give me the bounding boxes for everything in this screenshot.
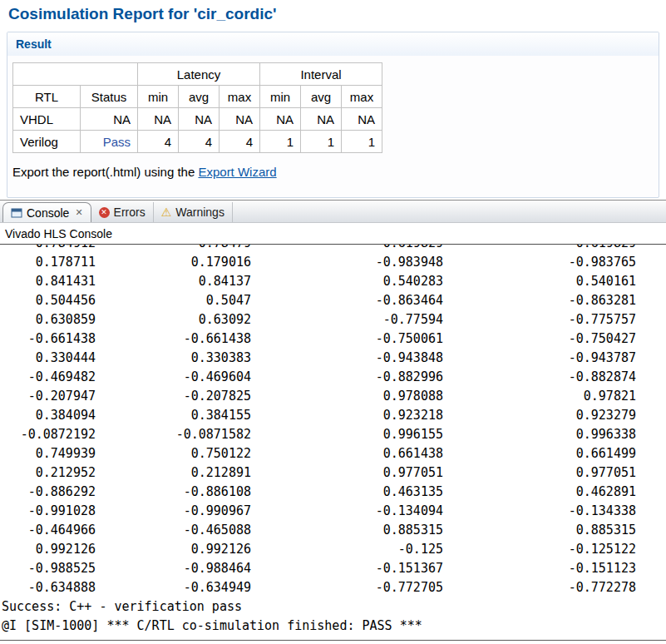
warning-icon: ⚠ — [161, 206, 172, 218]
console-line: -0.988525 -0.988464 -0.151367 -0.151123 — [0, 559, 666, 578]
sim-value: 0.885315 — [251, 521, 443, 540]
console-line: -0.469482 -0.469604 -0.882996 -0.882874 — [0, 368, 666, 387]
close-icon[interactable]: ✕ — [75, 207, 82, 218]
sim-value: -0.863281 — [443, 291, 636, 310]
sim-value: -0.619829 — [251, 245, 443, 253]
sim-value: -0.886108 — [96, 483, 251, 502]
sim-value: -0.886292 — [0, 483, 96, 502]
rtl-name: VHDL — [13, 108, 81, 131]
sim-value: -0.465088 — [96, 521, 251, 540]
console-line: 0.384094 0.384155 0.923218 0.923279 — [0, 406, 666, 425]
header-interval-max: max — [342, 86, 382, 108]
console-line: -0.661438 -0.661438 -0.750061 -0.750427 — [0, 329, 666, 349]
sim-value: -0.750061 — [251, 329, 443, 349]
tab-errors[interactable]: ✕ Errors — [91, 202, 154, 222]
sim-value: -0.750427 — [443, 329, 636, 349]
sim-value: 0.749939 — [0, 444, 96, 463]
latency-group-header: Latency — [138, 63, 260, 86]
console-line: -0.634888 -0.634949 -0.772705 -0.772278 — [0, 578, 666, 597]
header-latency-min: min — [138, 86, 179, 108]
latency-avg-value: NA — [179, 108, 220, 131]
export-wizard-link[interactable]: Export Wizard — [198, 165, 276, 179]
console-line: 0.630859 0.63092 -0.77594 -0.775757 — [0, 310, 666, 329]
sim-value: -0.469604 — [96, 368, 251, 387]
console-view: Console ✕ ✕ Errors ⚠ Warnings Vivado HLS… — [0, 200, 666, 644]
sim-value: 0.84137 — [96, 272, 251, 291]
sim-value: 0.330383 — [96, 349, 251, 368]
console-line: -0.207947 -0.207825 0.978088 0.97821 — [0, 387, 666, 406]
interval-group-header: Interval — [260, 63, 382, 86]
tab-warnings[interactable]: ⚠ Warnings — [154, 202, 233, 222]
status-value: NA — [81, 108, 138, 131]
console-line: 0.178711 0.179016 -0.983948 -0.983765 — [0, 253, 666, 272]
latency-min-value: NA — [138, 108, 179, 131]
status-value: Pass — [81, 131, 138, 153]
sim-value: 0.384155 — [96, 406, 251, 425]
sim-value: -0.619829 — [443, 245, 636, 253]
sim-value: -0.772278 — [443, 578, 636, 597]
sim-value: -0.882874 — [443, 368, 636, 387]
table-group-header-row: Latency Interval — [13, 63, 382, 86]
sim-value: -0.661438 — [96, 329, 251, 349]
sim-value: 0.384094 — [0, 406, 96, 425]
tab-console[interactable]: Console ✕ — [2, 202, 91, 222]
sim-value: 0.504456 — [0, 291, 96, 310]
sim-value: 0.212891 — [96, 463, 251, 483]
sim-value: -0.943787 — [443, 349, 636, 368]
error-icon: ✕ — [99, 207, 110, 218]
sim-value: 0.841431 — [0, 272, 96, 291]
sim-value: 0.540283 — [251, 272, 443, 291]
console-tabbar: Console ✕ ✕ Errors ⚠ Warnings — [0, 201, 666, 223]
table-row-vhdl: VHDL NA NA NA NA NA NA NA — [13, 108, 382, 131]
latency-avg-value: 4 — [179, 131, 220, 153]
header-latency-max: max — [220, 86, 260, 108]
tab-label: Console — [27, 206, 69, 220]
interval-min-value: NA — [260, 108, 301, 131]
header-interval-min: min — [260, 86, 301, 108]
sim-value: 0.750122 — [96, 444, 251, 463]
sim-value: -0.983948 — [251, 253, 443, 272]
sim-value: 0.5047 — [96, 291, 251, 310]
sim-value: -0.943848 — [251, 349, 443, 368]
rtl-name: Verilog — [13, 131, 81, 153]
sim-value: -0.882996 — [251, 368, 443, 387]
console-line: 0.841431 0.84137 0.540283 0.540161 — [0, 272, 666, 291]
sim-value: -0.634888 — [0, 578, 96, 597]
interval-max-value: 1 — [342, 131, 382, 153]
tab-label: Warnings — [175, 206, 224, 219]
sim-value: -0.0872192 — [0, 425, 96, 444]
sim-value: -0.661438 — [0, 329, 96, 349]
sim-value: 0.661499 — [443, 444, 636, 463]
console-status-line: @I [SIM-1000] *** C/RTL co-simulation fi… — [0, 617, 666, 636]
interval-avg-value: NA — [301, 108, 342, 131]
header-status: Status — [81, 86, 138, 108]
sim-value: 0.977051 — [443, 463, 636, 483]
header-rtl: RTL — [13, 86, 81, 108]
sim-value: -0.134094 — [251, 502, 443, 521]
console-clipped-line: 0.784912 0.78479 -0.619829 -0.619829 — [0, 245, 666, 253]
export-hint: Export the report(.html) using the Expor… — [12, 165, 659, 179]
latency-max-value: 4 — [220, 131, 260, 153]
console-subtitle: Vivado HLS Console — [0, 223, 666, 245]
sim-value: -0.990967 — [96, 502, 251, 521]
interval-min-value: 1 — [260, 131, 301, 153]
cosim-result-table: Latency Interval RTL Status min avg max … — [12, 62, 382, 153]
sim-value: -0.988464 — [96, 559, 251, 578]
sim-value: 0.212952 — [0, 463, 96, 483]
sim-value: 0.992126 — [0, 540, 96, 559]
sim-value: -0.0871582 — [96, 425, 251, 444]
sim-value: -0.983765 — [443, 253, 636, 272]
console-line: -0.0872192 -0.0871582 0.996155 0.996338 — [0, 425, 666, 444]
console-icon — [11, 207, 22, 219]
latency-min-value: 4 — [138, 131, 179, 153]
table-row-verilog: Verilog Pass 4 4 4 1 1 1 — [13, 131, 382, 153]
sim-value: -0.772705 — [251, 578, 443, 597]
sim-value: 0.923279 — [443, 406, 636, 425]
sim-value: -0.469482 — [0, 368, 96, 387]
sim-value: -0.77594 — [251, 310, 443, 329]
console-output[interactable]: 0.784912 0.78479 -0.619829 -0.619829 0.1… — [0, 245, 666, 641]
sim-value: -0.207825 — [96, 387, 251, 406]
export-hint-text: Export the report(.html) using the — [12, 165, 198, 179]
sim-value: -0.634949 — [96, 578, 251, 597]
console-status-line: Success: C++ - verification pass — [0, 597, 666, 617]
